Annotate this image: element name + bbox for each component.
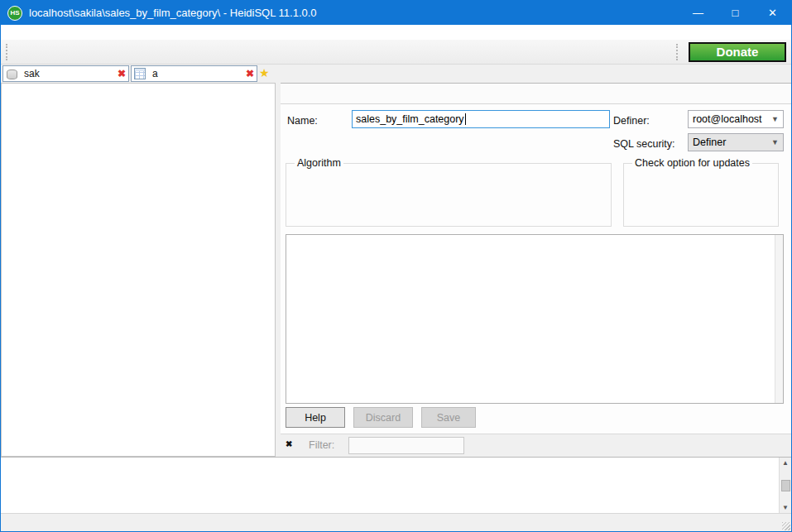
database-icon bbox=[6, 68, 17, 79]
view-sql-editor[interactable] bbox=[286, 234, 784, 404]
toolbar-grip[interactable] bbox=[6, 44, 10, 60]
view-name-input[interactable]: sales_by_film_category bbox=[352, 110, 610, 128]
clear-table-filter-icon[interactable]: ✖ bbox=[246, 68, 254, 79]
maximize-button[interactable]: □ bbox=[717, 1, 754, 25]
minimize-button[interactable]: — bbox=[679, 1, 717, 25]
name-label: Name: bbox=[287, 115, 318, 127]
sql-security-label: SQL security: bbox=[613, 138, 675, 150]
status-bar bbox=[1, 513, 791, 532]
titlebar[interactable]: HS localhost\sakila\sales_by_film_catego… bbox=[1, 1, 791, 25]
help-button[interactable]: Help bbox=[286, 407, 345, 428]
toolbar-grip[interactable] bbox=[676, 44, 680, 60]
table-icon bbox=[134, 68, 146, 79]
main-panel: Name: sales_by_film_category Definer: ro… bbox=[281, 65, 791, 457]
close-button[interactable]: ✕ bbox=[754, 1, 791, 25]
log-scrollbar[interactable]: ▲ ▼ bbox=[779, 458, 791, 513]
clear-database-filter-icon[interactable]: ✖ bbox=[118, 68, 126, 79]
app-logo-icon: HS bbox=[7, 6, 22, 21]
table-filter-value: a bbox=[152, 68, 246, 79]
discard-button[interactable]: Discard bbox=[353, 407, 413, 428]
app-window: HS localhost\sakila\sales_by_film_catego… bbox=[0, 0, 792, 532]
editor-scrollbar[interactable] bbox=[775, 235, 783, 403]
data-filter-bar: ✖ Filter: bbox=[281, 434, 791, 457]
favorites-star-icon[interactable] bbox=[259, 68, 271, 79]
chevron-down-icon: ▼ bbox=[771, 115, 779, 123]
filter-input[interactable] bbox=[348, 437, 464, 454]
sidebar: sak ✖ a ✖ bbox=[1, 65, 276, 457]
sql-log-panel: ▲ ▼ bbox=[1, 457, 791, 513]
window-title: localhost\sakila\sales_by_film_category\… bbox=[29, 7, 679, 19]
toolbar: Donate bbox=[1, 40, 791, 65]
algorithm-group-label: Algorithm bbox=[295, 157, 343, 169]
check-option-group: Check option for updates bbox=[623, 157, 779, 227]
check-option-group-label: Check option for updates bbox=[632, 157, 752, 169]
scroll-down-icon[interactable]: ▼ bbox=[782, 504, 789, 511]
database-filter-value: sak bbox=[24, 68, 118, 79]
sql-security-combobox[interactable]: Definer▼ bbox=[688, 133, 784, 151]
database-tree bbox=[1, 83, 276, 457]
view-editor-tabs bbox=[281, 84, 791, 104]
main-tabs bbox=[281, 65, 791, 83]
definer-label: Definer: bbox=[613, 115, 650, 127]
donate-button[interactable]: Donate bbox=[689, 42, 786, 62]
chevron-down-icon: ▼ bbox=[771, 138, 779, 146]
save-button[interactable]: Save bbox=[421, 407, 476, 428]
definer-combobox[interactable]: root@localhost▼ bbox=[688, 110, 784, 128]
filter-label: Filter: bbox=[309, 439, 334, 451]
scroll-up-icon[interactable]: ▲ bbox=[782, 459, 789, 467]
database-filter-input[interactable]: sak ✖ bbox=[2, 65, 129, 82]
table-filter-input[interactable]: a ✖ bbox=[131, 65, 257, 82]
menu-bar bbox=[1, 25, 791, 40]
resize-grip[interactable] bbox=[782, 522, 790, 530]
algorithm-group: Algorithm bbox=[286, 157, 612, 227]
sidebar-filters: sak ✖ a ✖ bbox=[1, 65, 276, 83]
close-filter-icon[interactable]: ✖ bbox=[286, 439, 292, 448]
scroll-thumb[interactable] bbox=[781, 480, 790, 491]
text-caret bbox=[465, 113, 466, 125]
view-options-page: Name: sales_by_film_category Definer: ro… bbox=[281, 104, 791, 434]
